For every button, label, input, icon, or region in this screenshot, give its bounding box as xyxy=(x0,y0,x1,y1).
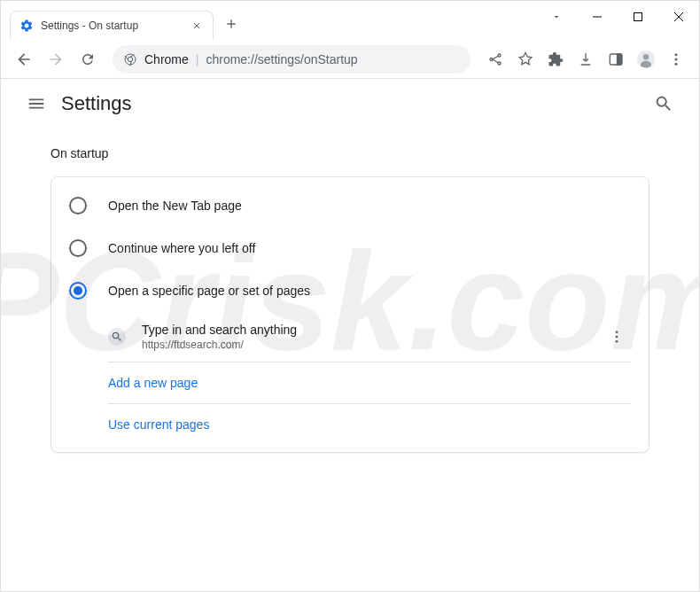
window-controls xyxy=(536,1,699,33)
svg-point-6 xyxy=(498,62,501,65)
startup-card: Open the New Tab page Continue where you… xyxy=(51,176,649,453)
svg-point-15 xyxy=(616,340,618,343)
svg-point-12 xyxy=(675,62,678,65)
radio-label: Continue where you left off xyxy=(108,241,255,255)
radio-label: Open the New Tab page xyxy=(108,199,242,213)
search-icon xyxy=(108,328,126,346)
page-entry-url: https://ftdsearch.com/ xyxy=(142,339,587,351)
radio-label: Open a specific page or set of pages xyxy=(108,284,310,298)
svg-point-9 xyxy=(643,54,649,59)
browser-tab[interactable]: Settings - On startup xyxy=(10,11,214,40)
page-title: Settings xyxy=(61,92,132,115)
tab-search-button[interactable] xyxy=(536,1,577,33)
menu-icon[interactable] xyxy=(662,45,690,74)
settings-appbar: Settings xyxy=(1,79,699,129)
forward-button xyxy=(42,45,70,74)
svg-rect-1 xyxy=(634,13,642,21)
minimize-button[interactable] xyxy=(577,1,618,33)
titlebar: Settings - On startup xyxy=(1,1,699,40)
close-icon[interactable] xyxy=(190,19,204,33)
new-tab-button[interactable] xyxy=(219,12,244,36)
hamburger-icon[interactable] xyxy=(19,86,54,121)
page-entry-title: Type in and search anything xyxy=(142,323,587,337)
share-icon[interactable] xyxy=(481,45,509,74)
close-window-button[interactable] xyxy=(658,1,699,33)
toolbar: Chrome | chrome://settings/onStartup xyxy=(1,40,699,79)
svg-point-11 xyxy=(675,58,678,60)
omnibox-label: Chrome xyxy=(144,52,189,66)
sidepanel-icon[interactable] xyxy=(602,45,630,74)
radio-icon xyxy=(69,239,87,257)
chrome-icon xyxy=(123,52,137,66)
radio-specific[interactable]: Open a specific page or set of pages xyxy=(51,269,649,312)
maximize-button[interactable] xyxy=(618,1,658,33)
svg-point-13 xyxy=(616,331,618,333)
back-button[interactable] xyxy=(10,45,38,74)
svg-point-10 xyxy=(675,53,678,56)
profile-icon[interactable] xyxy=(632,45,660,74)
radio-new-tab[interactable]: Open the New Tab page xyxy=(51,184,649,227)
svg-point-14 xyxy=(616,336,618,339)
content-area: On startup Open the New Tab page Continu… xyxy=(1,129,699,471)
svg-point-4 xyxy=(490,58,493,60)
separator: | xyxy=(196,52,199,66)
bookmark-icon[interactable] xyxy=(511,45,540,74)
use-current-link[interactable]: Use current pages xyxy=(108,417,209,432)
search-icon[interactable] xyxy=(646,86,681,121)
radio-icon xyxy=(69,197,87,214)
svg-point-5 xyxy=(498,54,501,57)
add-page-link[interactable]: Add a new page xyxy=(108,376,198,390)
svg-point-3 xyxy=(128,57,132,61)
startup-page-entry: Type in and search anything https://ftds… xyxy=(51,312,649,362)
gear-icon xyxy=(19,19,34,33)
extensions-icon[interactable] xyxy=(541,45,570,74)
more-options-icon[interactable] xyxy=(603,323,631,351)
section-title: On startup xyxy=(51,146,649,160)
radio-icon xyxy=(69,282,87,300)
download-icon[interactable] xyxy=(572,45,600,74)
radio-continue[interactable]: Continue where you left off xyxy=(51,227,649,269)
address-bar[interactable]: Chrome | chrome://settings/onStartup xyxy=(113,45,471,74)
reload-button[interactable] xyxy=(74,45,102,74)
tab-title: Settings - On startup xyxy=(41,19,183,32)
svg-point-2 xyxy=(125,54,136,65)
omnibox-url: chrome://settings/onStartup xyxy=(206,52,357,66)
